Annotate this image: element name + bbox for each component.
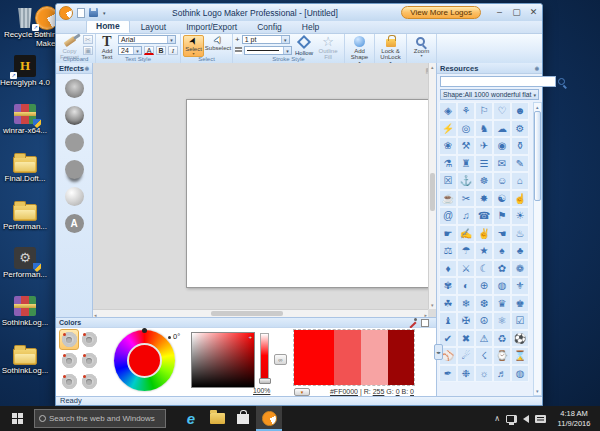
pin-icon[interactable]: ◉: [85, 65, 89, 71]
resource-shape-cell[interactable]: ⚒: [457, 137, 475, 155]
volume-icon[interactable]: [523, 415, 529, 423]
logo-page[interactable]: [186, 99, 429, 288]
scroll-down-icon[interactable]: ▾: [536, 387, 539, 395]
resource-shape-cell[interactable]: ☀: [511, 207, 529, 225]
resource-shape-cell[interactable]: ☘: [439, 295, 457, 313]
resource-shape-cell[interactable]: ☻: [511, 102, 529, 120]
tab-help[interactable]: Help: [293, 21, 328, 33]
font-family-select[interactable]: Arial ▾: [118, 35, 176, 44]
resource-shape-cell[interactable]: ☒: [439, 172, 457, 190]
taskbar-search-box[interactable]: Search the web and Windows: [34, 409, 166, 428]
scroll-down-icon[interactable]: ▾: [431, 301, 434, 309]
taskbar-sothink-button[interactable]: [256, 406, 282, 431]
lock-unlock-button[interactable]: Lock & UnLock ▾: [377, 35, 404, 65]
desktop-icon-performan-[interactable]: Performan...: [0, 198, 50, 232]
resource-shape-cell[interactable]: ♝: [439, 312, 457, 330]
resource-shape-cell[interactable]: ⌚: [493, 347, 511, 365]
resource-shape-cell[interactable]: ☼: [475, 365, 493, 383]
resource-shape-cell[interactable]: ☾: [475, 260, 493, 278]
resource-shape-cell[interactable]: ⌛: [511, 347, 529, 365]
paste-button[interactable]: ▣: [83, 46, 93, 55]
italic-button[interactable]: I: [168, 46, 178, 55]
minimize-button[interactable]: –: [491, 5, 508, 20]
title-bar[interactable]: ▾ Sothink Logo Maker Professional - [Unt…: [56, 4, 542, 21]
resource-shape-cell[interactable]: ☎: [475, 207, 493, 225]
resource-shape-cell[interactable]: ⚱: [511, 137, 529, 155]
resource-shape-cell[interactable]: ☸: [475, 172, 493, 190]
green-value[interactable]: 0: [396, 388, 400, 395]
quick-access-dropdown-icon[interactable]: ▾: [103, 10, 106, 16]
red-value[interactable]: 255: [373, 388, 385, 395]
resource-shape-cell[interactable]: ★: [475, 242, 493, 260]
resource-shape-cell[interactable]: ⌂: [511, 172, 529, 190]
resource-shape-cell[interactable]: ✂: [457, 190, 475, 208]
taskbar-clock[interactable]: 4:18 AM 11/9/2016: [552, 409, 596, 428]
canvas-horizontal-scrollbar[interactable]: ◂ ▸: [93, 309, 428, 317]
font-family-caret-icon[interactable]: ▾: [167, 36, 175, 43]
zoom-button[interactable]: Zoom ▾: [409, 35, 434, 58]
resource-shape-cell[interactable]: ♞: [475, 120, 493, 138]
tab-config[interactable]: Config: [248, 21, 291, 33]
resource-shape-cell[interactable]: ✒: [439, 365, 457, 383]
swatch-band-4[interactable]: [388, 330, 414, 385]
tray-chevron-icon[interactable]: ∧: [494, 414, 500, 424]
value-slider-thumb[interactable]: [259, 378, 271, 384]
desktop-icon-performan-[interactable]: ⚙Performan...: [0, 246, 50, 280]
font-size-caret-icon[interactable]: ▾: [133, 47, 141, 54]
stroke-style-caret-icon[interactable]: ▾: [283, 47, 291, 54]
view-more-logos-button[interactable]: View More Logos: [401, 6, 481, 19]
resource-shape-cell[interactable]: ☑: [511, 312, 529, 330]
resource-shape-cell[interactable]: ☚: [493, 225, 511, 243]
panel-dock-handle[interactable]: ◂▸: [434, 344, 443, 360]
resources-scrollbar[interactable]: ▴ ▾: [533, 102, 542, 396]
desktop-icon-winrar-x64-[interactable]: winrar-x64...: [0, 102, 50, 136]
save-icon[interactable]: [89, 8, 98, 17]
resource-shape-cell[interactable]: ☁: [493, 120, 511, 138]
value-slider[interactable]: [260, 333, 269, 383]
resource-shape-cell[interactable]: ♬: [493, 365, 511, 383]
resource-shape-cell[interactable]: ◎: [457, 120, 475, 138]
fill-knob-3[interactable]: [59, 350, 79, 371]
resource-shape-cell[interactable]: ✍: [457, 225, 475, 243]
resource-shape-cell[interactable]: ☝: [511, 190, 529, 208]
resource-shape-cell[interactable]: ☂: [457, 242, 475, 260]
resource-shape-cell[interactable]: ❁: [511, 260, 529, 278]
fill-knob-2[interactable]: [79, 329, 99, 350]
canvas-vertical-scrollbar[interactable]: ▴ ▾: [428, 63, 436, 309]
resource-shape-cell[interactable]: ⚘: [457, 102, 475, 120]
blue-value[interactable]: 0: [410, 388, 414, 395]
gradient-link-button[interactable]: ∞: [274, 354, 287, 365]
resource-shape-cell[interactable]: ❄: [457, 295, 475, 313]
taskbar-explorer-button[interactable]: [204, 406, 230, 431]
resources-scroll-thumb[interactable]: [534, 111, 541, 201]
resource-shape-cell[interactable]: ♠: [493, 242, 511, 260]
cut-button[interactable]: ✂: [83, 35, 93, 44]
swatch-band-3[interactable]: [361, 330, 388, 385]
resource-shape-cell[interactable]: ☛: [439, 225, 457, 243]
resource-shape-cell[interactable]: ♦: [439, 260, 457, 278]
resource-shape-cell[interactable]: ⚑: [493, 207, 511, 225]
resource-shape-cell[interactable]: ☯: [493, 190, 511, 208]
resource-shape-cell[interactable]: ♨: [511, 225, 529, 243]
new-document-icon[interactable]: [77, 8, 85, 18]
bold-button[interactable]: B: [156, 46, 166, 55]
stroke-width-select[interactable]: 1 pt ▾: [242, 35, 290, 44]
resource-shape-cell[interactable]: ♫: [457, 207, 475, 225]
tab-home[interactable]: Home: [86, 19, 130, 33]
resource-shape-cell[interactable]: ⚙: [511, 120, 529, 138]
resource-shape-cell[interactable]: ✌: [475, 225, 493, 243]
fill-knob-6[interactable]: [79, 371, 99, 392]
close-button[interactable]: ✕: [525, 5, 542, 20]
hex-value[interactable]: #FF0000: [330, 388, 358, 395]
fill-knob-solid[interactable]: [59, 329, 79, 350]
resource-shape-cell[interactable]: ♚: [511, 295, 529, 313]
desktop-icon-sothinklog-[interactable]: SothinkLog...: [0, 294, 50, 328]
resource-shape-cell[interactable]: ☮: [475, 312, 493, 330]
resource-shape-cell[interactable]: ◍: [493, 277, 511, 295]
resource-shape-cell[interactable]: ⚗: [439, 155, 457, 173]
resource-shape-cell[interactable]: ✖: [457, 330, 475, 348]
swatch-band-2[interactable]: [334, 330, 361, 385]
desktop-icon-sothinklog-[interactable]: SothinkLog...: [0, 342, 50, 376]
shape-category-select[interactable]: Shape:All 1000 wonderful flat ▾: [440, 89, 539, 100]
maximize-button[interactable]: ▢: [508, 5, 525, 20]
